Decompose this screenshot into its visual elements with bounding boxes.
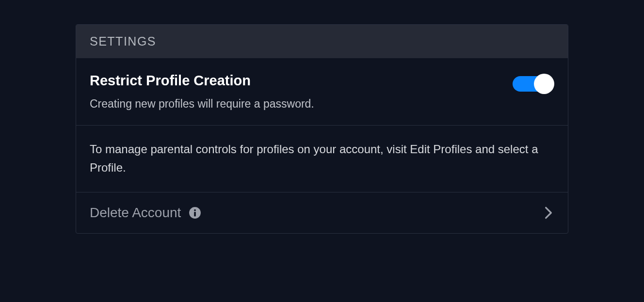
parental-info-text: To manage parental controls for profiles… — [90, 140, 554, 177]
restrict-toggle[interactable] — [513, 74, 554, 94]
restrict-description: Creating new profiles will require a pas… — [90, 97, 503, 111]
toggle-knob — [534, 74, 554, 94]
settings-panel: SETTINGS Restrict Profile Creation Creat… — [76, 24, 568, 234]
parental-controls-section: To manage parental controls for profiles… — [76, 126, 568, 192]
restrict-profile-section: Restrict Profile Creation Creating new p… — [76, 58, 568, 126]
info-icon[interactable] — [189, 207, 201, 219]
delete-content: Delete Account — [90, 205, 201, 221]
svg-point-1 — [194, 209, 196, 211]
delete-account-label: Delete Account — [90, 205, 181, 221]
svg-rect-2 — [194, 212, 196, 217]
delete-account-row[interactable]: Delete Account — [76, 192, 568, 233]
chevron-right-icon — [543, 207, 554, 219]
toggle-container — [513, 74, 554, 94]
restrict-content: Restrict Profile Creation Creating new p… — [90, 73, 503, 111]
restrict-title: Restrict Profile Creation — [90, 73, 503, 89]
panel-header: SETTINGS — [76, 25, 568, 58]
panel-title: SETTINGS — [90, 34, 554, 48]
